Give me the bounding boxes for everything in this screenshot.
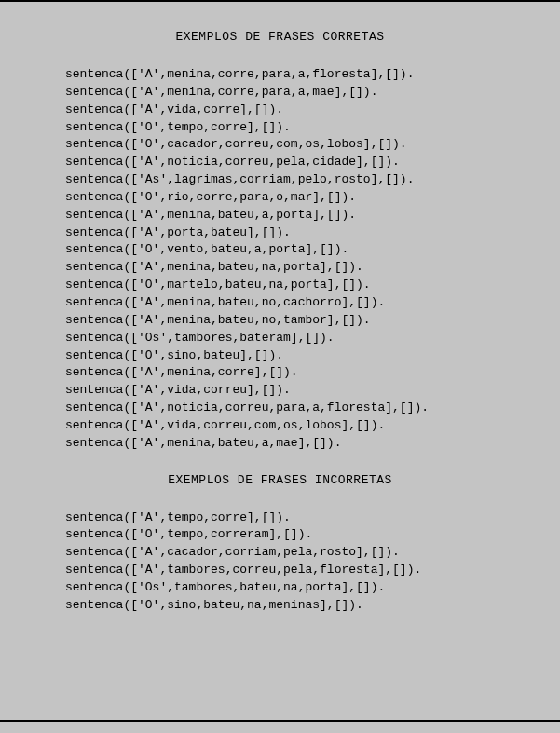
code-line: sentenca(['A',vida,correu,com,os,lobos],… [65, 417, 560, 435]
code-line: sentenca(['O',martelo,bateu,na,porta],[]… [65, 277, 560, 294]
code-line: sentenca(['A',menina,corre,para,a,mae],[… [65, 84, 560, 102]
code-line: sentenca(['Os',tambores,bateram],[]). [65, 330, 560, 347]
code-line: sentenca(['O',cacador,correu,com,os,lobo… [65, 136, 560, 154]
code-line: sentenca(['A',menina,bateu,no,cachorro],… [65, 294, 560, 312]
code-line: sentenca(['O',rio,corre,para,o,mar],[]). [65, 189, 560, 207]
code-line: sentenca(['O',sino,bateu,na,meninas],[])… [65, 597, 560, 615]
code-line: sentenca(['A',vida,corre],[]). [65, 102, 560, 119]
code-line: sentenca(['A',tempo,corre],[]). [65, 509, 560, 527]
correct-block: sentenca(['A',menina,corre,para,a,flores… [65, 66, 560, 453]
code-line: sentenca(['A',tambores,correu,pela,flore… [65, 562, 560, 579]
code-line: sentenca(['A',vida,correu],[]). [65, 382, 560, 400]
bottom-divider [0, 720, 560, 722]
code-line: sentenca(['O',sino,bateu],[]). [65, 347, 560, 365]
code-line: sentenca(['A',porta,bateu],[]). [65, 224, 560, 242]
code-line: sentenca(['A',cacador,corriam,pela,rosto… [65, 544, 560, 562]
code-line: sentenca(['A',menina,bateu,na,porta],[])… [65, 259, 560, 277]
heading-incorrect: EXEMPLOS DE FRASES INCORRETAS [65, 473, 560, 509]
document-content: EXEMPLOS DE FRASES CORRETAS sentenca(['A… [0, 2, 560, 615]
code-line: sentenca(['A',menina,bateu,no,tambor],[]… [65, 312, 560, 330]
code-line: sentenca(['As',lagrimas,corriam,pelo,ros… [65, 171, 560, 189]
code-line: sentenca(['O',vento,bateu,a,porta],[]). [65, 241, 560, 259]
code-line: sentenca(['O',tempo,corre],[]). [65, 119, 560, 137]
code-line: sentenca(['A',menina,bateu,a,mae],[]). [65, 435, 560, 453]
incorrect-block: sentenca(['A',tempo,corre],[]).sentenca(… [65, 509, 560, 615]
code-line: sentenca(['A',menina,corre],[]). [65, 364, 560, 382]
code-line: sentenca(['A',noticia,correu,pela,cidade… [65, 154, 560, 171]
code-line: sentenca(['Os',tambores,bateu,na,porta],… [65, 579, 560, 597]
code-line: sentenca(['A',menina,corre,para,a,flores… [65, 66, 560, 84]
code-line: sentenca(['A',menina,bateu,a,porta],[]). [65, 207, 560, 224]
code-line: sentenca(['A',noticia,correu,para,a,flor… [65, 400, 560, 417]
heading-correct: EXEMPLOS DE FRASES CORRETAS [65, 30, 560, 66]
code-line: sentenca(['O',tempo,correram],[]). [65, 526, 560, 544]
